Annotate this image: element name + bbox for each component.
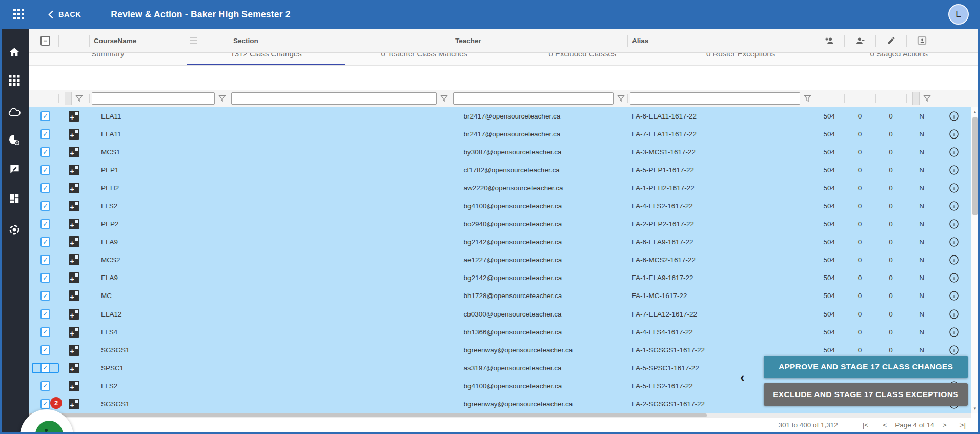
course-filter-input[interactable] [92, 92, 215, 105]
alias-cell: FA-6-ELA9-1617-22 [627, 238, 814, 246]
support-widget-logo[interactable]: 2 [19, 409, 74, 434]
add-class-icon[interactable]: + [69, 309, 79, 320]
column-header-removed-students[interactable] [845, 29, 876, 52]
horizontal-scrollbar-thumb[interactable] [29, 413, 707, 417]
info-icon[interactable] [949, 327, 959, 338]
teacher-cell: bh1366@opensourceteacher.ca [451, 328, 628, 336]
scroll-down-icon[interactable]: ▼ [971, 405, 978, 412]
select-all-cell: – [32, 29, 59, 52]
add-class-icon[interactable]: + [69, 236, 79, 247]
first-page-button[interactable]: |< [863, 421, 868, 429]
info-icon[interactable] [949, 147, 959, 157]
scroll-up-icon[interactable]: ▲ [971, 108, 978, 115]
user-avatar[interactable]: L [948, 4, 969, 25]
add-class-icon[interactable]: + [69, 111, 79, 122]
app-launcher-button[interactable] [13, 9, 25, 20]
column-header-alias[interactable]: Alias [628, 29, 814, 52]
row-checkbox[interactable]: ✓ [40, 255, 50, 265]
add-class-icon[interactable]: + [69, 219, 79, 229]
filter-cell [814, 90, 845, 107]
row-checkbox[interactable]: ✓ [40, 309, 50, 319]
add-class-icon[interactable]: + [69, 129, 79, 140]
column-header-flag[interactable] [907, 29, 937, 52]
last-page-button[interactable]: >| [960, 421, 966, 429]
column-header-enrolled[interactable] [814, 29, 845, 52]
back-button[interactable]: BACK [48, 10, 81, 19]
info-icon[interactable] [949, 309, 959, 320]
sidebar-item-classes[interactable] [0, 134, 29, 149]
info-icon[interactable] [949, 183, 959, 193]
info-icon[interactable] [949, 111, 959, 122]
info-icon[interactable] [949, 345, 959, 356]
add-class-icon[interactable]: + [69, 183, 79, 193]
prev-page-button[interactable]: < [883, 421, 887, 429]
row-checkbox[interactable]: ✓ [40, 381, 50, 391]
add-class-icon[interactable]: + [69, 381, 79, 391]
sidebar-item-support[interactable] [0, 224, 29, 239]
add-class-icon[interactable]: + [69, 165, 79, 175]
row-checkbox[interactable]: ✓ [40, 291, 50, 301]
info-icon[interactable] [949, 129, 959, 140]
row-checkbox[interactable]: ✓ [40, 399, 50, 409]
row-checkbox[interactable]: ✓ [40, 183, 50, 193]
filter-funnel-icon[interactable] [75, 95, 83, 102]
add-class-icon[interactable]: + [69, 147, 79, 157]
row-checkbox[interactable]: ✓ [40, 345, 50, 355]
sidebar-item-cloud[interactable] [0, 106, 29, 121]
horizontal-scrollbar[interactable] [29, 413, 971, 418]
row-checkbox[interactable]: ✓ [40, 201, 50, 211]
filter-funnel-icon[interactable] [617, 95, 625, 102]
add-class-icon[interactable]: + [69, 290, 79, 301]
row-checkbox[interactable]: ✓ [40, 237, 50, 247]
row-checkbox-cell: ✓ [32, 363, 59, 373]
info-icon[interactable] [949, 219, 959, 229]
column-menu-icon[interactable] [190, 37, 197, 45]
filter-funnel-icon[interactable] [440, 95, 448, 102]
approve-stage-button[interactable]: APPROVE AND STAGE 17 CLASS CHANGES [764, 356, 968, 378]
info-icon[interactable] [949, 236, 959, 247]
sidebar-item-apps[interactable] [0, 75, 29, 90]
add-class-icon[interactable]: + [69, 254, 79, 265]
vertical-scrollbar-thumb[interactable] [972, 117, 978, 215]
filter-funnel-icon[interactable] [804, 95, 811, 102]
alias-filter-input[interactable] [630, 92, 800, 105]
section-filter-input[interactable] [231, 92, 437, 105]
add-class-icon[interactable]: + [69, 399, 79, 409]
info-icon[interactable] [949, 290, 959, 301]
add-class-icon[interactable]: + [69, 272, 79, 283]
filter-funnel-icon[interactable] [218, 95, 226, 102]
row-checkbox[interactable]: ✓ [40, 327, 50, 337]
row-checkbox[interactable]: ✓ [40, 165, 50, 175]
removed-cell: 0 [875, 292, 906, 300]
column-header-teacher[interactable]: Teacher [451, 29, 628, 52]
row-checkbox[interactable]: ✓ [40, 273, 50, 283]
row-checkbox[interactable]: ✓ [40, 147, 50, 157]
row-checkbox[interactable]: ✓ [40, 363, 50, 373]
info-icon[interactable] [949, 165, 959, 175]
vertical-scrollbar[interactable]: ▲ ▼ [971, 107, 978, 413]
add-class-icon[interactable]: + [69, 363, 79, 373]
next-page-button[interactable]: > [943, 421, 947, 429]
sidebar-item-dashboard[interactable] [0, 193, 29, 208]
add-class-icon[interactable]: + [69, 345, 79, 356]
info-icon[interactable] [949, 254, 959, 265]
sidebar-item-feedback[interactable] [0, 163, 29, 179]
add-class-icon[interactable]: + [69, 327, 79, 338]
row-checkbox[interactable]: ✓ [40, 219, 50, 229]
column-header-edits[interactable] [876, 29, 907, 52]
row-checkbox[interactable]: ✓ [40, 111, 50, 121]
filter-checkbox-cell [32, 90, 59, 107]
row-checkbox[interactable]: ✓ [40, 129, 50, 139]
teacher-filter-input[interactable] [453, 92, 614, 105]
select-all-checkbox[interactable]: – [40, 36, 50, 46]
filter-funnel-icon[interactable] [923, 95, 931, 102]
flag-cell: N [906, 274, 937, 282]
add-class-icon[interactable]: + [69, 201, 79, 211]
sidebar-item-home[interactable] [0, 46, 29, 62]
column-header-section[interactable]: Section [229, 29, 451, 52]
info-icon[interactable] [949, 201, 959, 211]
column-header-coursename[interactable]: CourseName [90, 29, 229, 52]
info-icon[interactable] [949, 272, 959, 283]
exclude-stage-button[interactable]: EXCLUDE AND STAGE 17 CLASS EXCEPTIONS [764, 383, 968, 406]
collapse-actions-chevron[interactable]: ‹ [740, 369, 745, 385]
